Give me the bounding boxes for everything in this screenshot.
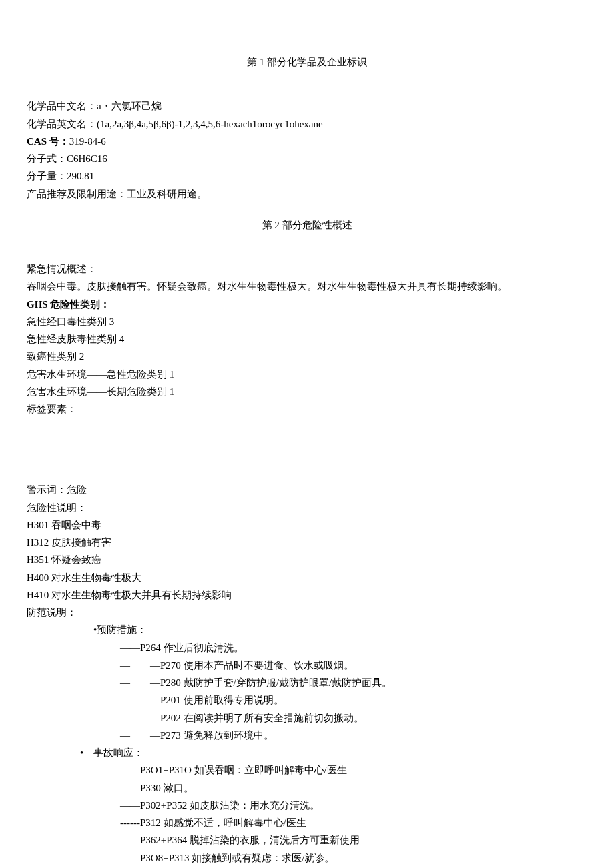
signal-word-label: 警示词： [27, 484, 67, 495]
ghs-item: 危害水生环境——长期危险类别 1 [27, 383, 587, 400]
ghs-category-label: GHS 危险性类别： [27, 296, 587, 313]
signal-word: 警示词：危险 [27, 481, 587, 498]
precaution-label: 防范说明： [27, 604, 587, 621]
formula-value: C6H6C16 [67, 153, 107, 164]
mw-label: 分子量： [27, 171, 67, 181]
hazard-statement-label: 危险性说明： [27, 499, 587, 516]
signal-word-value: 危险 [67, 484, 87, 495]
use-label: 产品推荐及限制用途： [27, 189, 127, 199]
label-elements: 标签要素： [27, 400, 587, 418]
response-item: ------P312 如感觉不适，呼叫解毒中心/医生 [27, 814, 587, 831]
ghs-item: 致癌性类别 2 [27, 348, 587, 365]
prevention-item: — —P202 在阅读并明了所有安全措施前切勿搬动。 [27, 709, 587, 727]
prevention-item: — —P201 使用前取得专用说明。 [27, 691, 587, 709]
section-2-title: 第 2 部分危险性概述 [27, 216, 587, 234]
cas-label: CAS 号： [27, 136, 69, 147]
molecular-formula: 分子式：C6H6C16 [27, 150, 587, 167]
response-item: ——P302+P352 如皮肤沾染：用水充分清洗。 [27, 797, 587, 814]
cas-number: CAS 号：319-84-6 [27, 133, 587, 150]
en-name-label: 化学品英文名： [27, 119, 97, 129]
prevention-header: •预防措施： [27, 621, 587, 638]
product-use: 产品推荐及限制用途：工业及科研用途。 [27, 185, 587, 203]
prevention-item: — —P270 使用本产品时不要进食、饮水或吸烟。 [27, 657, 587, 674]
response-item: ——P330 漱口。 [27, 779, 587, 797]
response-item: ——P3O8+P313 如接触到或有疑虑：求医/就诊。 [27, 849, 587, 867]
ghs-item: 急性经口毒性类别 3 [27, 313, 587, 330]
response-item: ——P3O1+P31O 如误吞咽：立即呼叫解毒中心/医生 [27, 761, 587, 779]
hazard-item: H312 皮肤接触有害 [27, 534, 587, 551]
molecular-weight: 分子量：290.81 [27, 167, 587, 185]
pictogram-placeholder [27, 418, 587, 481]
formula-label: 分子式： [27, 153, 67, 164]
hazard-item: H301 吞咽会中毒 [27, 516, 587, 534]
cn-name-value: a・六氯环己烷 [97, 101, 162, 111]
response-header: • 事故响应： [27, 744, 587, 761]
en-name-value: (1a,2a,3β,4a,5β,6β)-1,2,3,4,5,6-hexach1o… [97, 119, 323, 129]
cn-name-label: 化学品中文名： [27, 101, 97, 111]
hazard-item: H410 对水生生物毒性极大并具有长期持续影响 [27, 586, 587, 604]
ghs-item: 危害水生环境——急性危险类别 1 [27, 366, 587, 383]
chemical-en-name: 化学品英文名：(1a,2a,3β,4a,5β,6β)-1,2,3,4,5,6-h… [27, 115, 587, 133]
prevention-item: ——P264 作业后彻底清洗。 [27, 639, 587, 657]
ghs-item: 急性经皮肤毒性类别 4 [27, 330, 587, 348]
hazard-item: H351 怀疑会致癌 [27, 551, 587, 568]
emergency-label: 紧急情况概述： [27, 260, 587, 278]
section-1-title: 第 1 部分化学品及企业标识 [27, 53, 587, 71]
cas-value: 319-84-6 [69, 136, 106, 147]
chemical-cn-name: 化学品中文名：a・六氯环己烷 [27, 97, 587, 115]
emergency-text: 吞咽会中毒。皮肤接触有害。怀疑会致癌。对水生生物毒性极大。对水生生物毒性极大并具… [27, 278, 587, 295]
hazard-item: H400 对水生生物毒性极大 [27, 569, 587, 586]
prevention-item: — —P273 避免释放到环境中。 [27, 727, 587, 744]
prevention-item: — —P280 戴防护手套/穿防护服/戴防护眼罩/戴防护面具。 [27, 674, 587, 691]
mw-value: 290.81 [67, 171, 94, 181]
use-value: 工业及科研用途。 [127, 189, 207, 199]
response-item: ——P362+P364 脱掉沾染的衣服，清洗后方可重新使用 [27, 831, 587, 849]
